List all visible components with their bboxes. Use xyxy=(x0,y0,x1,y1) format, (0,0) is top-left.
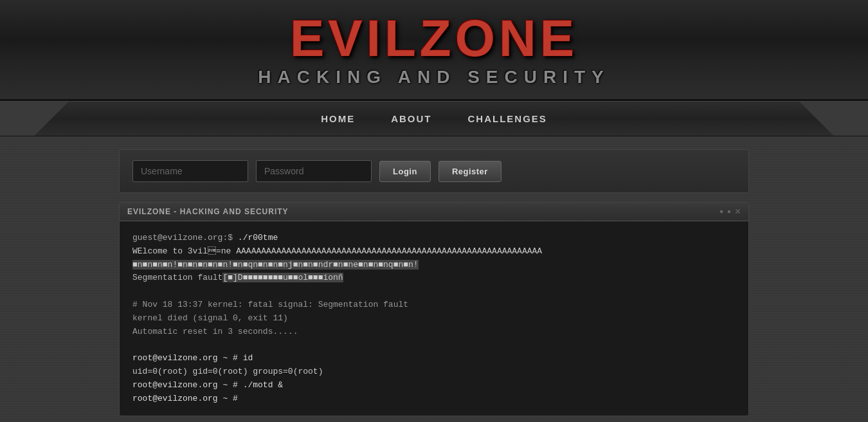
main-content: Login Register EVILZONE - HACKING AND SE… xyxy=(106,149,762,416)
terminal-title: EVILZONE - HACKING AND SECURITY xyxy=(127,207,289,216)
terminal-line-9 xyxy=(132,338,736,352)
terminal-window: EVILZONE - HACKING AND SECURITY ▪ ▪ × gu… xyxy=(119,202,749,416)
terminal-line-1: guest@evilzone.org:$ ./r00tme xyxy=(132,232,736,245)
terminal-ctrl-close[interactable]: × xyxy=(735,206,741,217)
terminal-line-7: kernel died (signal 0, exit 11) xyxy=(132,312,736,326)
terminal-titlebar: EVILZONE - HACKING AND SECURITY ▪ ▪ × xyxy=(120,203,748,221)
terminal-ctrl-min[interactable]: ▪ xyxy=(719,206,723,217)
login-button[interactable]: Login xyxy=(379,161,431,182)
nav-home[interactable]: HOME xyxy=(316,111,360,127)
terminal-body: guest@evilzone.org:$ ./r00tme WElcome to… xyxy=(120,221,748,416)
terminal-line-4: Segmentation fault[■]D■■■■■■■■u■■ol■■■io… xyxy=(132,271,736,285)
terminal-ctrl-max[interactable]: ▪ xyxy=(727,206,731,217)
login-bar: Login Register xyxy=(119,149,749,193)
terminal-line-6: # Nov 18 13:37 kernel: fatal signal: Seg… xyxy=(132,298,736,312)
terminal-controls: ▪ ▪ × xyxy=(719,206,741,217)
password-input[interactable] xyxy=(256,160,372,182)
terminal-line-12: root@evilzone.org ~ # ./motd & xyxy=(132,379,736,392)
terminal-line-10: root@evilzone.org ~ # id xyxy=(132,352,736,365)
terminal-line-5 xyxy=(132,285,736,298)
terminal-line-13: root@evilzone.org ~ # xyxy=(132,392,736,406)
terminal-line-3: ■n■n■n■n!■n■n■n■n■n!■n■qn■n■n■nj■n■n■ndr… xyxy=(132,259,736,272)
terminal-line-11: uid=0(root) gid=0(root) groups=0(root) xyxy=(132,365,736,379)
register-button[interactable]: Register xyxy=(439,161,502,182)
header: EVILZONE HACKING AND SECURITY xyxy=(0,0,868,101)
username-input[interactable] xyxy=(132,160,248,182)
terminal-line-8: Automatic reset in 3 seconds..... xyxy=(132,326,736,339)
site-subtitle: HACKING AND SECURITY xyxy=(0,67,868,87)
nav-challenges[interactable]: CHALLENGES xyxy=(462,111,552,127)
nav-wrapper: HOME ABOUT CHALLENGES xyxy=(0,101,868,136)
main-nav: HOME ABOUT CHALLENGES xyxy=(0,102,868,136)
nav-about[interactable]: ABOUT xyxy=(386,111,437,127)
terminal-line-2: WElcome to 3vil=ne AAAAAAAAAAAAAAAAAAAA… xyxy=(132,245,736,259)
site-title: EVILZONE xyxy=(0,13,868,64)
